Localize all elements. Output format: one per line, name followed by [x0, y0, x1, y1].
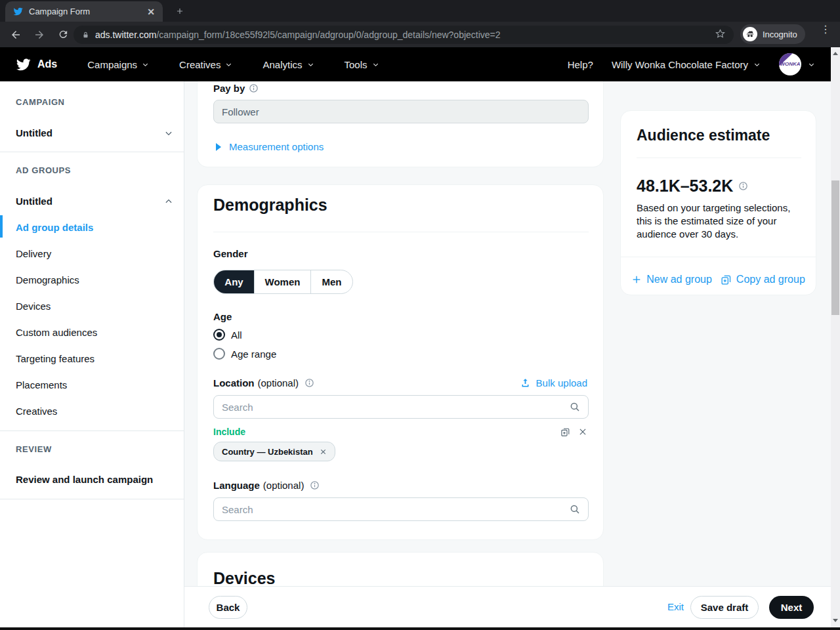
- browser-tab[interactable]: Campaign Form ✕: [5, 1, 163, 22]
- new-ad-group-link[interactable]: New ad group: [631, 274, 712, 285]
- browser-menu-icon[interactable]: ⋮: [820, 27, 831, 32]
- sidebar-item-adgroup-untitled[interactable]: Untitled: [16, 196, 52, 207]
- sidebar-section-campaign: CAMPAIGN: [16, 97, 65, 107]
- new-tab-button[interactable]: [172, 3, 188, 19]
- browser-tab-strip: Campaign Form ✕: [0, 0, 840, 22]
- demographics-title: Demographics: [213, 196, 327, 215]
- next-button[interactable]: Next: [769, 596, 814, 619]
- location-chip-label: Country — Uzbekistan: [222, 447, 313, 457]
- incognito-icon: [743, 27, 757, 41]
- nav-item-analytics[interactable]: Analytics: [262, 59, 314, 70]
- browser-toolbar: ads.twitter.com/campaign_form/18ce55f92l…: [0, 22, 840, 47]
- demographics-card: Demographics Gender Any Women Men Age Al…: [197, 184, 604, 540]
- screen: Campaign Form ✕ ads.twitter.com/campaign…: [0, 0, 840, 630]
- footer-action-bar: Back Exit Save draft Next: [184, 586, 831, 627]
- divider: [637, 158, 801, 158]
- exit-link[interactable]: Exit: [667, 601, 684, 612]
- scrollbar-thumb[interactable]: [831, 180, 839, 315]
- bulk-upload-link[interactable]: Bulk upload: [520, 377, 587, 388]
- copy-icon: [721, 274, 732, 285]
- measurement-options-toggle[interactable]: Measurement options: [216, 141, 324, 152]
- language-label: Language: [213, 480, 260, 491]
- divider: [0, 499, 184, 499]
- url-path: /campaign_form/18ce55f92l5/campaign/adgr…: [156, 30, 500, 40]
- sidebar-item-placements[interactable]: Placements: [16, 379, 67, 390]
- clear-selection-icon[interactable]: [578, 427, 587, 439]
- forward-nav-icon[interactable]: [32, 27, 47, 43]
- account-name: Willy Wonka Chocolate Factory: [612, 59, 748, 70]
- save-draft-button[interactable]: Save draft: [690, 596, 759, 619]
- copy-selection-icon[interactable]: [560, 427, 570, 440]
- plus-icon: [631, 274, 642, 285]
- location-search-input[interactable]: [213, 395, 589, 419]
- sidebar-item-demographics[interactable]: Demographics: [16, 274, 79, 285]
- bookmark-star-icon[interactable]: [715, 28, 726, 42]
- gender-option-any[interactable]: Any: [214, 270, 254, 293]
- profile-menu[interactable]: WONKA: [779, 53, 815, 75]
- back-button[interactable]: Back: [209, 596, 247, 619]
- sidebar-item-creatives[interactable]: Creatives: [16, 406, 57, 417]
- radio-unselected-icon: [213, 348, 225, 360]
- ads-brand[interactable]: Ads: [16, 57, 57, 72]
- gender-option-men[interactable]: Men: [310, 270, 352, 293]
- sidebar-item-delivery[interactable]: Delivery: [16, 248, 51, 259]
- reload-icon[interactable]: [55, 27, 71, 43]
- twitter-favicon-icon: [13, 7, 23, 16]
- tab-close-icon[interactable]: ✕: [147, 7, 155, 17]
- nav-item-campaigns[interactable]: Campaigns: [87, 59, 149, 70]
- sidebar-item-targeting-features[interactable]: Targeting features: [16, 353, 94, 364]
- payby-select[interactable]: Follower: [213, 100, 589, 123]
- language-search-input[interactable]: [213, 497, 589, 521]
- info-icon[interactable]: [310, 480, 320, 490]
- age-range-label: Age range: [231, 348, 276, 360]
- lock-icon: [81, 31, 90, 39]
- url-bar[interactable]: ads.twitter.com/campaign_form/18ce55f92l…: [74, 26, 734, 44]
- sidebar-item-review-launch[interactable]: Review and launch campaign: [16, 474, 153, 485]
- sidebar-item-ad-group-details[interactable]: Ad group details: [16, 222, 93, 233]
- radio-selected-icon: [213, 329, 225, 341]
- gender-option-women[interactable]: Women: [254, 270, 310, 293]
- chevron-up-icon[interactable]: [164, 197, 173, 209]
- audience-estimate-value: 48.1K–53.2K: [637, 177, 733, 196]
- incognito-label: Incognito: [763, 30, 797, 39]
- location-optional: (optional): [258, 377, 299, 388]
- window-bottom-edge: [0, 627, 840, 630]
- incognito-badge: Incognito: [740, 24, 805, 44]
- age-label: Age: [213, 311, 232, 322]
- divider: [0, 152, 184, 152]
- scroll-down-icon[interactable]: [831, 616, 840, 625]
- divider: [213, 232, 589, 232]
- help-link[interactable]: Help?: [568, 59, 593, 70]
- age-range-radio[interactable]: Age range: [213, 348, 276, 360]
- info-icon[interactable]: [738, 181, 748, 191]
- info-icon[interactable]: [304, 378, 314, 388]
- search-icon: [569, 503, 581, 518]
- age-all-radio[interactable]: All: [213, 329, 242, 341]
- scroll-up-icon[interactable]: [831, 49, 840, 58]
- campaign-sidebar: CAMPAIGN Untitled AD GROUPS Untitled Ad …: [0, 81, 184, 627]
- nav-item-tools[interactable]: Tools: [345, 59, 379, 70]
- ads-brand-label: Ads: [37, 58, 57, 70]
- chevron-down-icon[interactable]: [164, 129, 173, 140]
- devices-title: Devices: [213, 569, 276, 588]
- include-label: Include: [213, 427, 245, 437]
- info-icon[interactable]: [249, 83, 259, 93]
- upload-icon: [520, 377, 531, 388]
- nav-item-creatives[interactable]: Creatives: [179, 59, 232, 70]
- page-scrollbar[interactable]: [831, 47, 840, 627]
- url-domain: ads.twitter.com: [95, 30, 156, 40]
- chip-remove-icon[interactable]: [320, 448, 327, 455]
- sidebar-item-custom-audiences[interactable]: Custom audiences: [16, 327, 97, 338]
- chevron-down-icon: [372, 61, 379, 68]
- payby-card: Pay by Follower Measurement options: [197, 81, 604, 167]
- sidebar-item-campaign-untitled[interactable]: Untitled: [16, 127, 52, 138]
- ads-navbar: Ads Campaigns Creatives Analytics Tools …: [0, 47, 831, 81]
- back-nav-icon[interactable]: [8, 27, 24, 43]
- chevron-down-icon: [225, 61, 232, 68]
- sidebar-item-devices[interactable]: Devices: [16, 301, 51, 312]
- age-all-label: All: [231, 329, 242, 341]
- account-menu[interactable]: Willy Wonka Chocolate Factory: [612, 59, 761, 70]
- copy-ad-group-link[interactable]: Copy ad group: [721, 274, 805, 285]
- language-optional: (optional): [263, 480, 304, 491]
- active-indicator: [0, 215, 3, 238]
